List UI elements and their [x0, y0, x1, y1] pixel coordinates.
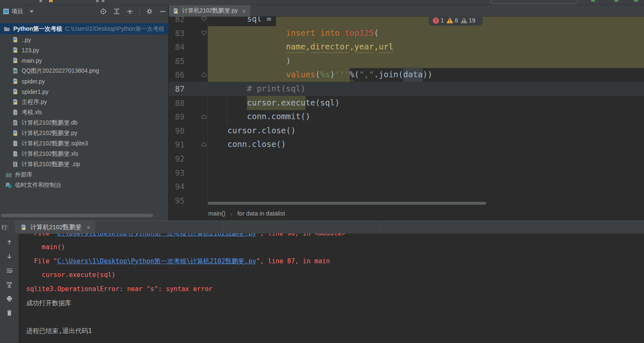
svg-text:?: ?	[14, 142, 17, 146]
code-line-82[interactable]: 82 sql =	[169, 17, 644, 26]
python-icon	[12, 78, 19, 85]
debug-icon-fragment[interactable]	[614, 0, 618, 2]
code-line-83[interactable]: 83 insert into top125(	[169, 26, 644, 40]
tree-item[interactable]: spider.py	[0, 76, 168, 86]
code-line-84[interactable]: 84 name,director,year,url	[169, 40, 644, 54]
fold-marker-down-icon[interactable]	[200, 17, 207, 22]
editor-area: 计算机2102甄鹏斐.py × 82 sql = 83 insert into …	[169, 5, 644, 220]
line-number[interactable]: 89	[169, 110, 185, 124]
file-link[interactable]: C:\Users\1\Desktop\Python第一次考核\计算机2102甄鹏…	[57, 257, 256, 265]
tree-item[interactable]: 临时文件和控制台	[0, 180, 168, 190]
tree-item[interactable]: ..py	[0, 34, 168, 45]
tree-item[interactable]: spider1.py	[0, 86, 168, 97]
soft-wrap-icon[interactable]	[5, 267, 13, 274]
code-line-text: cursor.execute(sql)	[208, 96, 644, 110]
code-line-89[interactable]: 89 conn.commit()	[169, 110, 644, 124]
editor-tab-title: 计算机2102甄鹏斐.py	[182, 7, 238, 15]
python-file-icon	[172, 7, 179, 15]
code-editor[interactable]: 82 sql = 83 insert into top125(84 name,d…	[169, 17, 644, 207]
line-number[interactable]: 84	[169, 40, 185, 54]
code-line-86[interactable]: 86 values(%s)'''%(",".join(data))	[169, 68, 644, 82]
run-configuration-combo[interactable]	[491, 0, 578, 4]
tree-root-item[interactable]: Python第一次考核C:\Users\1\Desktop\Python第一次考…	[0, 23, 168, 34]
code-line-text: )	[208, 54, 644, 68]
svg-text:?: ?	[14, 111, 17, 115]
code-line-93[interactable]: 93	[169, 166, 644, 180]
line-number[interactable]: 95	[169, 194, 185, 207]
console-line: 成功打开数据库	[26, 296, 72, 310]
line-number[interactable]: 83	[169, 26, 185, 40]
console-text: File "	[26, 233, 57, 237]
print-icon[interactable]	[5, 295, 13, 303]
weak-warning-badge[interactable]: ! 19	[461, 17, 476, 24]
tree-item[interactable]: QQ图片20220227013804.png	[0, 66, 168, 76]
python-icon	[12, 57, 19, 64]
project-horizontal-scrollbar[interactable]	[1, 214, 153, 217]
tree-item[interactable]: main.py	[0, 55, 168, 66]
breadcrumb-item[interactable]: main()	[208, 210, 225, 217]
folder-icon	[3, 25, 10, 32]
tree-item[interactable]: ?计算机2102甄鹏斐.xls	[0, 149, 168, 159]
tree-item[interactable]: 外部库	[0, 169, 168, 180]
scroll-up-icon[interactable]	[5, 238, 13, 246]
line-number[interactable]: 88	[169, 96, 185, 110]
fold-marker-up-icon[interactable]	[200, 113, 207, 120]
code-line-95[interactable]: 95	[169, 194, 644, 207]
code-line-92[interactable]: 92	[169, 152, 644, 166]
run-tab[interactable]: 计算机2102甄鹏斐 ×	[15, 221, 95, 234]
breadcrumb-item[interactable]: for data in datalist	[237, 210, 285, 217]
scroll-to-end-icon[interactable]	[5, 281, 13, 289]
locate-file-icon[interactable]	[99, 8, 107, 15]
clear-console-icon[interactable]	[5, 309, 13, 317]
collapse-all-icon[interactable]	[126, 8, 133, 15]
code-line-text	[208, 166, 644, 180]
file-link[interactable]: C:\Users\1\Desktop\Python第一次考核\计算机2102甄鹏…	[57, 233, 256, 237]
line-number[interactable]: 85	[169, 54, 185, 68]
close-icon[interactable]: ×	[86, 224, 90, 231]
line-number[interactable]: 93	[169, 166, 185, 180]
line-number[interactable]: 82	[169, 17, 185, 26]
warning-badge[interactable]: ! 8	[447, 17, 458, 24]
line-number[interactable]: 92	[169, 152, 185, 166]
fold-marker-up-icon[interactable]	[200, 141, 207, 148]
editor-horizontal-scrollbar[interactable]	[208, 202, 486, 205]
fold-marker-up-icon[interactable]	[200, 71, 207, 78]
console-text: 成功打开数据库	[26, 299, 72, 307]
fold-marker-down-icon[interactable]	[200, 29, 207, 37]
project-view-selector[interactable]: 项目	[3, 8, 34, 15]
code-line-90[interactable]: 90 cursor.close()	[169, 124, 644, 138]
settings-gear-icon[interactable]	[146, 8, 153, 15]
code-token: )	[330, 68, 335, 82]
tree-item[interactable]: ?计算机2102甄鹏斐.sqlite3	[0, 138, 168, 149]
run-icon-fragment[interactable]	[591, 0, 595, 2]
coverage-icon-fragment[interactable]	[634, 0, 638, 2]
line-number[interactable]: 87	[169, 82, 185, 96]
scroll-down-icon[interactable]	[5, 252, 13, 260]
tree-item[interactable]: 123.py	[0, 45, 168, 55]
close-icon[interactable]: ×	[242, 7, 246, 15]
weak-warning-count: 19	[469, 17, 476, 24]
code-line-85[interactable]: 85 )	[169, 54, 644, 68]
line-number[interactable]: 90	[169, 124, 185, 138]
tree-item[interactable]: ?考核.xls	[0, 107, 168, 118]
code-line-94[interactable]: 94	[169, 179, 644, 194]
code-line-87[interactable]: 87 # print(sql)	[169, 82, 644, 96]
console-text: main()	[26, 243, 65, 251]
inspections-widget[interactable]: ! 1 ! 8 ! 19	[429, 15, 483, 26]
tree-item[interactable]: 计算机2102甄鹏斐.py	[0, 128, 168, 138]
code-token: (	[315, 68, 320, 82]
line-number[interactable]: 86	[169, 68, 185, 82]
code-line-91[interactable]: 91 conn.close()	[169, 137, 644, 152]
error-badge[interactable]: ! 1	[433, 17, 444, 24]
editor-tab[interactable]: 计算机2102甄鹏斐.py ×	[169, 5, 250, 17]
python-icon	[12, 88, 19, 95]
hide-panel-icon[interactable]	[159, 8, 166, 15]
tree-item[interactable]: 主程序.py	[0, 97, 168, 107]
expand-all-icon[interactable]	[113, 8, 120, 15]
line-number[interactable]: 94	[169, 179, 185, 194]
tree-item[interactable]: 计算机2102甄鹏斐.db	[0, 118, 168, 128]
code-line-88[interactable]: 88 cursor.execute(sql)	[169, 96, 644, 110]
code-token: ,	[374, 40, 379, 54]
line-number[interactable]: 91	[169, 137, 185, 152]
tree-item[interactable]: 计算机2102甄鹏斐 .zip	[0, 159, 168, 169]
